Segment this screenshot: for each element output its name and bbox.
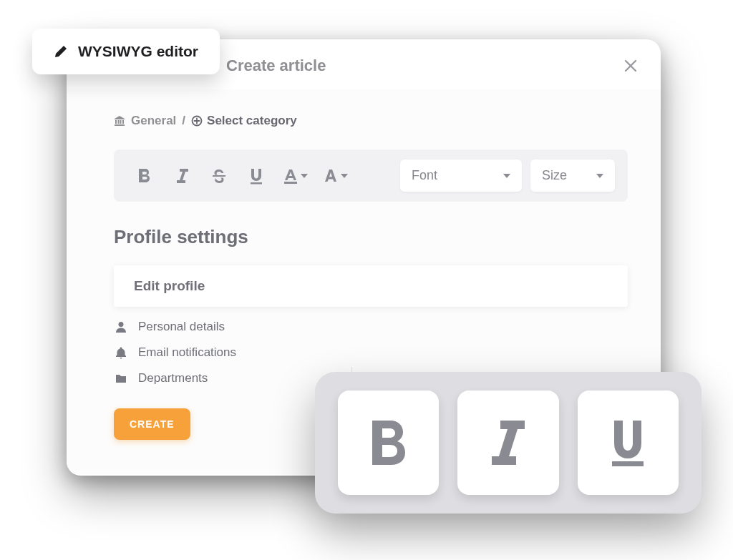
bell-icon: [114, 346, 128, 359]
strikethrough-icon: [210, 167, 228, 185]
section-heading: Profile settings: [114, 226, 628, 248]
plus-circle-icon: [191, 115, 203, 127]
feature-tag: WYSIWYG editor: [32, 29, 220, 74]
font-size-button[interactable]: [316, 162, 354, 190]
svg-point-7: [119, 322, 124, 327]
size-select[interactable]: Size: [530, 159, 615, 192]
create-button-label: CREATE: [130, 418, 175, 430]
breadcrumb: General / Select category: [114, 114, 628, 128]
italic-icon: [174, 167, 190, 185]
size-select-label: Size: [542, 168, 567, 183]
svg-rect-4: [115, 124, 125, 126]
close-icon: [624, 59, 637, 72]
underline-icon: [248, 167, 264, 185]
folder-icon: [114, 372, 128, 385]
font-color-icon: [282, 167, 299, 185]
feature-tag-label: WYSIWYG editor: [78, 43, 198, 60]
select-category-link[interactable]: Select category: [191, 114, 297, 128]
underline-icon: [607, 418, 649, 468]
select-category-label: Select category: [207, 114, 297, 128]
svg-rect-0: [115, 120, 117, 124]
font-select-label: Font: [412, 168, 437, 183]
page-title: Create article: [226, 57, 326, 75]
bold-card[interactable]: [338, 390, 439, 495]
bold-button[interactable]: [127, 162, 162, 190]
edit-profile-label: Edit profile: [134, 278, 205, 293]
font-size-icon: [322, 167, 339, 185]
formatting-toolbar: Font Size: [114, 149, 628, 202]
bank-icon: [114, 115, 125, 127]
font-color-button[interactable]: [276, 162, 314, 190]
bold-icon: [137, 167, 152, 185]
font-select[interactable]: Font: [400, 159, 522, 192]
sidebar-item-label: Departments: [138, 371, 208, 385]
breadcrumb-root[interactable]: General: [131, 114, 176, 128]
underline-card[interactable]: [578, 390, 679, 495]
create-button[interactable]: CREATE: [114, 408, 190, 440]
close-button[interactable]: [622, 57, 639, 74]
sidebar-item-label: Email notifications: [138, 345, 236, 360]
sidebar-item-personal-details[interactable]: Personal details: [114, 320, 628, 334]
sidebar-item-label: Personal details: [138, 320, 225, 334]
edit-profile-row[interactable]: Edit profile: [114, 265, 628, 307]
bold-icon: [368, 418, 409, 468]
italic-button[interactable]: [164, 162, 200, 190]
svg-rect-6: [284, 182, 297, 184]
svg-rect-1: [118, 120, 120, 124]
biu-panel: [315, 372, 702, 514]
chevron-down-icon: [341, 174, 348, 178]
italic-card[interactable]: [457, 390, 558, 495]
chevron-down-icon: [301, 174, 308, 178]
italic-icon: [487, 418, 529, 468]
svg-rect-3: [122, 120, 124, 124]
strikethrough-button[interactable]: [201, 162, 237, 190]
pencil-icon: [54, 44, 68, 59]
underline-button[interactable]: [238, 162, 274, 190]
sidebar-item-email-notifications[interactable]: Email notifications: [114, 345, 628, 360]
breadcrumb-separator: /: [182, 114, 185, 128]
chevron-down-icon: [596, 174, 603, 178]
chevron-down-icon: [503, 174, 510, 178]
svg-rect-2: [120, 120, 122, 124]
person-icon: [114, 320, 128, 333]
